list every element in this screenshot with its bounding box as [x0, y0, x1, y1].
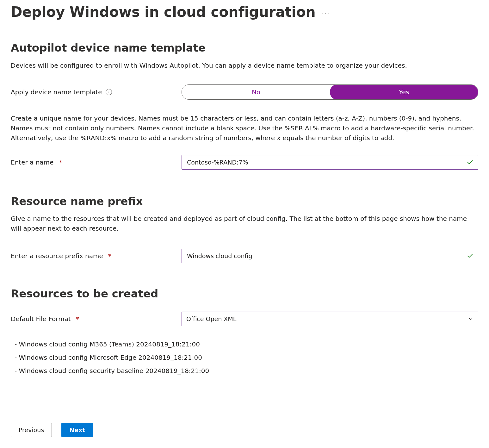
resource-prefix-field[interactable]: [182, 249, 478, 263]
footer-separator: [0, 411, 478, 411]
toggle-label: Apply device name template: [11, 88, 102, 96]
required-indicator: *: [76, 315, 79, 323]
list-item: Windows cloud config security baseline 2…: [15, 364, 478, 377]
checkmark-icon: [467, 159, 474, 166]
page-title: Deploy Windows in cloud configuration: [11, 4, 316, 21]
required-indicator: *: [59, 159, 62, 166]
toggle-option-no[interactable]: No: [182, 85, 330, 99]
section-description-autopilot: Devices will be configured to enroll wit…: [11, 61, 478, 71]
default-file-format-select[interactable]: Office Open XML: [182, 312, 478, 326]
section-heading-prefix: Resource name prefix: [11, 195, 478, 208]
naming-rules-text: Create a unique name for your devices. N…: [11, 114, 478, 143]
resources-list: Windows cloud config M365 (Teams) 202408…: [11, 338, 478, 377]
chevron-down-icon: [468, 316, 474, 322]
checkmark-icon: [467, 252, 474, 259]
info-icon[interactable]: i: [106, 89, 112, 95]
name-field-label: Enter a name: [11, 159, 53, 166]
next-button[interactable]: Next: [61, 423, 93, 437]
toggle-option-yes[interactable]: Yes: [330, 84, 478, 100]
prefix-field-label: Enter a resource prefix name: [11, 252, 103, 260]
select-value: Office Open XML: [186, 315, 464, 322]
format-field-label: Default File Format: [11, 315, 71, 323]
section-heading-autopilot: Autopilot device name template: [11, 41, 478, 54]
apply-template-toggle[interactable]: No Yes: [182, 84, 478, 100]
more-icon[interactable]: ···: [322, 10, 330, 18]
list-item: Windows cloud config Microsoft Edge 2024…: [15, 351, 478, 364]
device-name-field[interactable]: [182, 155, 478, 170]
required-indicator: *: [108, 252, 111, 260]
section-description-prefix: Give a name to the resources that will b…: [11, 214, 478, 233]
resource-prefix-input[interactable]: [186, 252, 463, 260]
list-item: Windows cloud config M365 (Teams) 202408…: [15, 338, 478, 351]
previous-button[interactable]: Previous: [11, 423, 52, 437]
section-heading-resources: Resources to be created: [11, 287, 478, 300]
device-name-input[interactable]: [186, 159, 463, 166]
